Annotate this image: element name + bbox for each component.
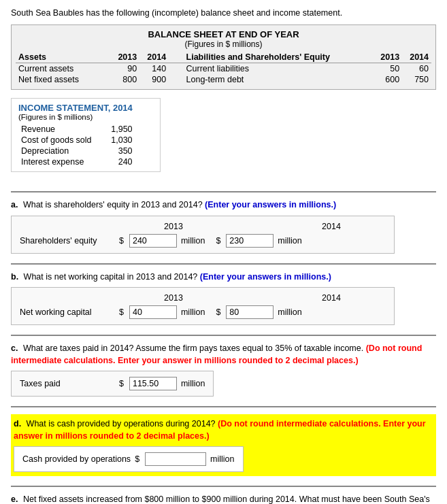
balance-sheet-subtitle: (Figures in $ millions) xyxy=(16,39,431,49)
question-b-prompt: (Enter your answers in millions.) xyxy=(200,272,331,282)
answer-row-a: Shareholders' equity $ million $ million xyxy=(20,234,386,248)
assets-header: Assets xyxy=(16,52,110,63)
answer-label-d: Cash provided by operations xyxy=(22,454,131,464)
income-subtitle: (Figures in $ millions) xyxy=(18,113,153,121)
asset-2013-1: 800 xyxy=(110,74,139,85)
income-label-2: Depreciation xyxy=(18,146,95,156)
dollar-a-2014: $ xyxy=(216,236,220,246)
liab-2014-1: 750 xyxy=(402,74,431,85)
question-d-answer-box: Cash provided by operations $ million xyxy=(14,446,244,472)
question-d-letter: d. xyxy=(14,419,21,429)
net-working-capital-2014-input[interactable] xyxy=(226,305,274,319)
question-e-block: e. Net fixed assets increased from $800 … xyxy=(11,494,436,504)
liab-2013-0: 50 xyxy=(373,63,402,75)
question-d-block: d. What is cash provided by operations d… xyxy=(11,414,436,476)
year2014-header: 2014 xyxy=(139,52,169,63)
income-label-1: Cost of goods sold xyxy=(18,135,95,146)
balance-sheet-title: BALANCE SHEET AT END OF YEAR xyxy=(16,29,431,39)
divider-e xyxy=(11,486,436,487)
net-working-capital-2013-input[interactable] xyxy=(129,305,177,319)
unit-b-2013: million xyxy=(181,307,205,317)
question-e-letter: e. xyxy=(11,494,18,504)
question-e-text: e. Net fixed assets increased from $800 … xyxy=(11,494,436,504)
answer-row-d: Cash provided by operations $ million xyxy=(22,452,235,466)
year-2013-header-b: 2013 xyxy=(119,293,228,303)
question-b-body: What is net working capital in 2013 and … xyxy=(24,272,198,282)
question-c-letter: c. xyxy=(11,343,18,353)
question-b-text: b. What is net working capital in 2013 a… xyxy=(11,271,436,284)
divider-c xyxy=(11,335,436,336)
list-item: Interest expense 240 xyxy=(18,156,135,167)
dollar-a-2013: $ xyxy=(119,236,124,246)
intro-text: South Sea Baubles has the following (inc… xyxy=(11,8,436,18)
income-box: INCOME STATEMENT, 2014 (Figures in $ mil… xyxy=(11,98,161,172)
answer-label-b: Net working capital xyxy=(20,307,115,317)
divider-b xyxy=(11,263,436,265)
liab-label-0: Current liabilities xyxy=(184,63,374,75)
liab-2014-0: 60 xyxy=(402,63,431,75)
cash-provided-input[interactable] xyxy=(145,452,206,466)
dollar-b-2013: $ xyxy=(119,307,124,317)
question-e-body: Net fixed assets increased from $800 mil… xyxy=(23,494,430,504)
liabilities-header: Liabilities and Shareholders' Equity xyxy=(184,52,374,63)
answer-row-c: Taxes paid $ million xyxy=(20,377,205,390)
question-b-block: b. What is net working capital in 2013 a… xyxy=(11,271,436,326)
question-c-body: What are taxes paid in 2014? Assume the … xyxy=(23,343,363,353)
income-label-0: Revenue xyxy=(18,124,95,135)
list-item: Cost of goods sold 1,030 xyxy=(18,135,135,146)
unit-d: million xyxy=(210,454,234,464)
income-val-1: 1,030 xyxy=(95,135,135,146)
year-header-row-b: 2013 2014 xyxy=(20,293,386,303)
income-title: INCOME STATEMENT, 2014 xyxy=(18,103,153,113)
question-d-text: d. What is cash provided by operations d… xyxy=(14,418,433,442)
liab-2013-1: 600 xyxy=(373,74,402,85)
answer-row-b: Net working capital $ million $ million xyxy=(20,305,386,319)
income-val-3: 240 xyxy=(95,156,135,167)
taxes-paid-input[interactable] xyxy=(129,377,177,390)
liab-year2013-header: 2013 xyxy=(373,52,402,63)
question-a-answer-box: 2013 2014 Shareholders' equity $ million… xyxy=(11,216,395,254)
question-c-text: c. What are taxes paid in 2014? Assume t… xyxy=(11,343,436,367)
asset-2014-1: 900 xyxy=(139,74,169,85)
table-row: Net fixed assets 800 900 Long-term debt … xyxy=(16,74,431,85)
answer-label-c: Taxes paid xyxy=(20,379,115,388)
unit-b-2014: million xyxy=(278,307,301,317)
table-row: Current assets 90 140 Current liabilitie… xyxy=(16,63,431,75)
question-c-block: c. What are taxes paid in 2014? Assume t… xyxy=(11,343,436,397)
list-item: Depreciation 350 xyxy=(18,146,135,156)
income-statement-section: INCOME STATEMENT, 2014 (Figures in $ mil… xyxy=(11,98,436,182)
question-c-answer-box: Taxes paid $ million xyxy=(11,371,214,397)
divider-a xyxy=(11,191,436,192)
unit-c: million xyxy=(181,379,205,388)
liab-label-1: Long-term debt xyxy=(184,74,374,85)
dollar-d: $ xyxy=(135,454,139,464)
year-header-row-a: 2013 2014 xyxy=(20,222,386,231)
dollar-c: $ xyxy=(119,379,124,388)
question-b-letter: b. xyxy=(11,272,18,282)
asset-2013-0: 90 xyxy=(110,63,139,75)
question-a-prompt: (Enter your answers in millions.) xyxy=(205,200,336,209)
question-a-text: a. What is shareholders' equity in 2013 … xyxy=(11,199,436,212)
shareholders-equity-2013-input[interactable] xyxy=(129,234,177,248)
dollar-b-2014: $ xyxy=(216,307,220,317)
divider-d xyxy=(11,406,436,407)
year-2014-header-b: 2014 xyxy=(277,293,386,303)
asset-2014-0: 140 xyxy=(139,63,169,75)
year2013-header: 2013 xyxy=(110,52,139,63)
question-b-answer-box: 2013 2014 Net working capital $ million … xyxy=(11,287,395,325)
shareholders-equity-2014-input[interactable] xyxy=(226,234,274,248)
asset-label-0: Current assets xyxy=(16,63,110,75)
question-a-block: a. What is shareholders' equity in 2013 … xyxy=(11,199,436,254)
balance-table: Assets 2013 2014 Liabilities and Shareho… xyxy=(16,52,431,85)
balance-sheet-section: BALANCE SHEET AT END OF YEAR (Figures in… xyxy=(11,24,436,90)
answer-label-a: Shareholders' equity xyxy=(20,236,115,246)
question-a-letter: a. xyxy=(11,200,18,209)
unit-a-2014: million xyxy=(278,236,301,246)
question-a-body: What is shareholders' equity in 2013 and… xyxy=(23,200,203,209)
asset-label-1: Net fixed assets xyxy=(16,74,110,85)
liab-year2014-header: 2014 xyxy=(402,52,431,63)
income-label-3: Interest expense xyxy=(18,156,95,167)
question-d-body: What is cash provided by operations duri… xyxy=(27,419,216,429)
income-val-0: 1,950 xyxy=(95,124,135,135)
income-val-2: 350 xyxy=(95,146,135,156)
